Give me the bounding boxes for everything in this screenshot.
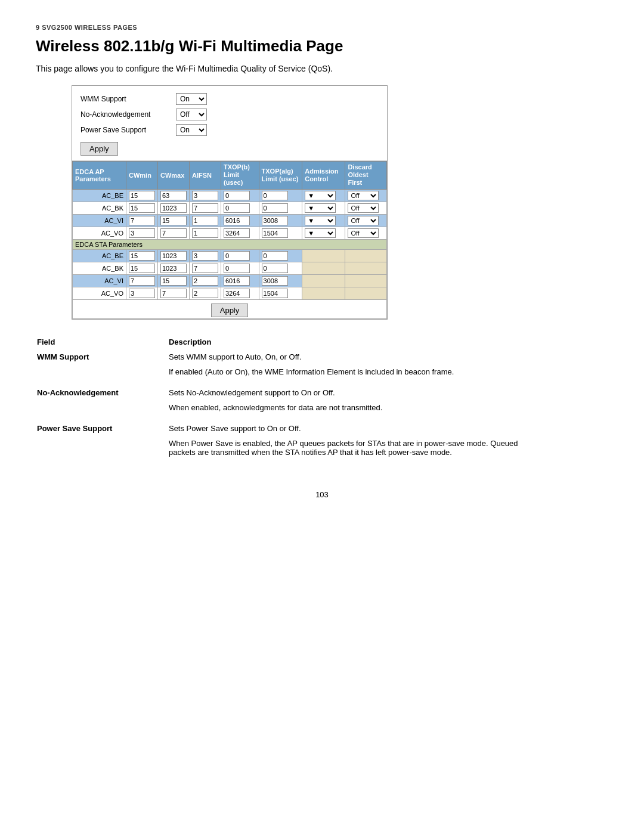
sta-cwmin-input[interactable]: [129, 251, 155, 261]
ap-discard-select[interactable]: OffOn: [348, 228, 379, 238]
col-header-cwmax: CWmax: [158, 162, 190, 190]
field-desc2: When enabled, acknowledgments for data a…: [169, 401, 547, 414]
sta-txopa-input[interactable]: [262, 251, 288, 261]
sta-cwmin-input[interactable]: [129, 276, 155, 286]
col-header-discard: Discard Oldest First: [345, 162, 387, 190]
wmm-support-select[interactable]: On Off Auto: [176, 93, 207, 105]
ap-discard-select[interactable]: OffOn: [348, 191, 379, 200]
sta-cwmax-input[interactable]: [160, 264, 187, 273]
no-ack-select[interactable]: Off On: [176, 109, 207, 120]
sta-admission-cell: [302, 262, 345, 274]
sta-txopb-input[interactable]: [224, 264, 250, 273]
sta-row: AC_BE: [73, 249, 387, 262]
sta-admission-cell: [302, 249, 345, 262]
bottom-apply-cell: Apply: [73, 299, 387, 318]
sta-txopa-input[interactable]: [262, 276, 288, 286]
ap-row: AC_BE ▼ OffOn: [73, 189, 387, 202]
ap-cwmin-input[interactable]: [129, 191, 155, 200]
power-save-label: Power Save Support: [80, 126, 176, 134]
sta-aifsn-input[interactable]: [192, 276, 218, 286]
ap-admission-cell: ▼: [302, 227, 345, 239]
ap-admission-select[interactable]: ▼: [305, 191, 336, 200]
sta-txopa-cell: [259, 262, 302, 274]
ap-txopb-input[interactable]: [224, 203, 250, 213]
ap-admission-select[interactable]: ▼: [305, 228, 336, 238]
col-header-txopb: TXOP(b) Limit (usec): [221, 162, 259, 190]
sta-row: AC_VI: [73, 274, 387, 287]
ap-cwmin-input[interactable]: [129, 228, 155, 238]
sta-aifsn-input[interactable]: [192, 251, 218, 261]
field-empty: [37, 365, 168, 379]
ap-txopb-cell: [221, 202, 259, 214]
top-settings: WMM Support On Off Auto No-Acknowledgeme…: [72, 86, 387, 161]
power-save-select[interactable]: On Off: [176, 124, 207, 136]
sta-cwmax-input[interactable]: [160, 276, 187, 286]
sta-admission-cell: [302, 274, 345, 287]
sta-row-label: AC_BK: [73, 262, 126, 274]
sta-cwmax-cell: [158, 249, 190, 262]
ap-discard-select[interactable]: OffOn: [348, 216, 379, 225]
ap-admission-select[interactable]: ▼: [305, 203, 336, 213]
ap-cwmax-cell: [158, 227, 190, 239]
ap-txopa-input[interactable]: [262, 203, 288, 213]
top-apply-button[interactable]: Apply: [80, 142, 118, 156]
ap-aifsn-input[interactable]: [192, 216, 218, 225]
sta-cwmin-input[interactable]: [129, 289, 155, 298]
ap-admission-cell: ▼: [302, 189, 345, 202]
ap-discard-select[interactable]: OffOn: [348, 203, 379, 213]
sta-aifsn-input[interactable]: [192, 289, 218, 298]
sta-cwmax-input[interactable]: [160, 251, 187, 261]
ap-cwmin-input[interactable]: [129, 203, 155, 213]
ap-aifsn-input[interactable]: [192, 228, 218, 238]
sta-txopa-cell: [259, 274, 302, 287]
field-desc-sub-row: If enabled (Auto or On), the WME Informa…: [37, 365, 547, 379]
sta-txopa-cell: [259, 249, 302, 262]
sta-aifsn-cell: [190, 249, 221, 262]
sta-cwmax-input[interactable]: [160, 289, 187, 298]
ap-aifsn-cell: [190, 227, 221, 239]
sta-row-label: AC_BE: [73, 249, 126, 262]
sta-txopb-input[interactable]: [224, 276, 250, 286]
bottom-apply-button[interactable]: Apply: [211, 304, 249, 317]
wmm-support-row: WMM Support On Off Auto: [80, 93, 379, 105]
sta-txopb-input[interactable]: [224, 251, 250, 261]
ap-cwmin-cell: [126, 214, 158, 227]
field-desc2: If enabled (Auto or On), the WME Informa…: [169, 365, 547, 379]
ap-cwmax-input[interactable]: [160, 228, 187, 238]
field-desc1: Sets WMM support to Auto, On, or Off.: [169, 350, 547, 364]
ap-cwmax-input[interactable]: [160, 216, 187, 225]
sta-txopa-input[interactable]: [262, 264, 288, 273]
sta-txopb-input[interactable]: [224, 289, 250, 298]
ap-row-label: AC_BE: [73, 189, 126, 202]
ap-row-label: AC_VI: [73, 214, 126, 227]
sta-cwmin-input[interactable]: [129, 264, 155, 273]
sta-cwmin-cell: [126, 262, 158, 274]
ap-txopb-cell: [221, 189, 259, 202]
ap-cwmax-input[interactable]: [160, 191, 187, 200]
ap-row-label: AC_BK: [73, 202, 126, 214]
ap-cwmax-input[interactable]: [160, 203, 187, 213]
ap-txopb-input[interactable]: [224, 228, 250, 238]
page-number: 103: [36, 490, 608, 499]
sta-aifsn-input[interactable]: [192, 264, 218, 273]
ap-txopa-input[interactable]: [262, 216, 288, 225]
ap-aifsn-input[interactable]: [192, 191, 218, 200]
ap-txopa-input[interactable]: [262, 191, 288, 200]
ap-txopa-cell: [259, 189, 302, 202]
sta-txopa-input[interactable]: [262, 289, 288, 298]
sta-cwmin-cell: [126, 249, 158, 262]
ap-row: AC_VO ▼ OffOn: [73, 227, 387, 239]
field-desc-table: Field Description WMM Support Sets WMM s…: [36, 334, 549, 466]
sta-txopb-cell: [221, 274, 259, 287]
ap-txopa-input[interactable]: [262, 228, 288, 238]
ap-txopb-input[interactable]: [224, 191, 250, 200]
ap-row-label: AC_VO: [73, 227, 126, 239]
ap-aifsn-input[interactable]: [192, 203, 218, 213]
sta-row-label: AC_VI: [73, 274, 126, 287]
ap-admission-select[interactable]: ▼: [305, 216, 336, 225]
ap-cwmin-input[interactable]: [129, 216, 155, 225]
ap-cwmin-cell: [126, 202, 158, 214]
section-label: 9 SVG2500 WIRELESS PAGES: [36, 24, 608, 31]
ap-txopb-input[interactable]: [224, 216, 250, 225]
ap-txopb-cell: [221, 227, 259, 239]
